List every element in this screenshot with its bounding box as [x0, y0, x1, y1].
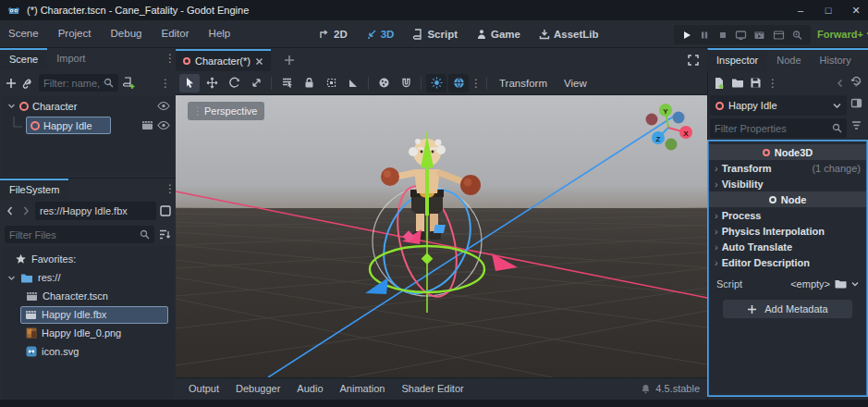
object-history-icon[interactable] — [850, 75, 862, 87]
list-select-button[interactable] — [276, 74, 297, 92]
tab-scene[interactable]: Scene — [0, 48, 47, 69]
group-physics-interpolation[interactable]: Physics Interpolation — [709, 223, 866, 239]
visibility-eye-icon[interactable] — [157, 101, 170, 111]
menu-editor[interactable]: Editor — [153, 20, 197, 47]
viewport-3d[interactable]: Y X Z — [176, 95, 707, 377]
transform-menu[interactable]: Transform — [492, 78, 555, 89]
add-metadata-button[interactable]: Add Metadata — [723, 300, 852, 318]
panel-output[interactable]: Output — [181, 378, 226, 400]
tree-row-happy-idle[interactable]: Happy Idle — [2, 116, 174, 135]
menu-debug[interactable]: Debug — [103, 20, 151, 47]
group-editor-description[interactable]: Editor Description — [709, 254, 866, 270]
tab-import[interactable]: Import — [47, 48, 94, 69]
folder-icon[interactable] — [835, 279, 847, 289]
rotate-tool-button[interactable] — [224, 74, 244, 92]
panel-audio[interactable]: Audio — [289, 378, 330, 400]
category-node3d[interactable]: Node3D — [709, 144, 866, 160]
close-button[interactable]: ✕ — [850, 5, 862, 17]
panel-animation[interactable]: Animation — [333, 378, 393, 400]
file-row[interactable]: Happy Idle.fbx — [2, 305, 174, 324]
expand-viewport-icon[interactable] — [687, 54, 700, 67]
edited-object-selector[interactable]: Happy Idle — [710, 95, 847, 116]
workspace-2d[interactable]: 2D — [312, 24, 354, 44]
lock-button[interactable] — [299, 74, 319, 92]
visibility-eye-icon[interactable] — [157, 120, 170, 130]
stop-button[interactable] — [717, 30, 728, 41]
view-menu[interactable]: View — [556, 78, 594, 89]
tab-node[interactable]: Node — [767, 50, 810, 71]
movie-maker-button[interactable] — [791, 30, 803, 41]
chevron-down-icon[interactable] — [851, 281, 859, 287]
new-resource-button[interactable] — [713, 77, 726, 90]
preview-sun-button[interactable] — [426, 74, 446, 92]
tree-row-character[interactable]: Character — [2, 96, 174, 116]
tab-history[interactable]: History — [811, 50, 861, 71]
split-mode-button[interactable] — [159, 204, 172, 217]
preview-environment-button[interactable] — [448, 74, 469, 92]
inspector-extra-menu-icon[interactable]: ⋮ — [767, 77, 778, 90]
scene-instance-icon[interactable] — [141, 120, 153, 130]
group-button[interactable] — [321, 74, 341, 92]
panel-shader-editor[interactable]: Shader Editor — [394, 378, 471, 400]
maximize-button[interactable]: □ — [822, 5, 835, 16]
sort-files-icon[interactable] — [158, 228, 171, 240]
menu-help[interactable]: Help — [201, 20, 239, 47]
tab-filesystem[interactable]: FileSystem — [0, 179, 68, 200]
panel-debugger[interactable]: Debugger — [228, 378, 287, 400]
collapse-chevron-icon[interactable] — [7, 274, 16, 282]
attach-script-button[interactable] — [122, 77, 136, 90]
group-transform[interactable]: Transform (1 change) — [709, 160, 866, 176]
pin-dock-icon[interactable] — [850, 97, 862, 109]
script-value[interactable]: <empty> — [790, 278, 830, 290]
file-row[interactable]: icon.svg — [2, 342, 174, 361]
play-scene-button[interactable] — [753, 30, 765, 41]
tab-character-scene[interactable]: Character(*) — [176, 49, 271, 71]
remote-debug-button[interactable] — [735, 30, 747, 41]
save-button[interactable] — [750, 77, 762, 89]
ruler-button[interactable] — [343, 74, 363, 92]
snap-button[interactable] — [396, 74, 416, 92]
menu-scene[interactable]: Scene — [0, 20, 47, 47]
inspector-filter-input[interactable] — [715, 123, 832, 134]
filesystem-menu-icon[interactable]: ⋮ — [165, 179, 176, 199]
favorites-row[interactable]: Favorites: — [2, 250, 174, 268]
scale-tool-button[interactable] — [246, 74, 266, 92]
move-tool-button[interactable] — [202, 74, 222, 92]
workspace-script[interactable]: Script — [406, 24, 464, 44]
history-back-button[interactable] — [835, 78, 846, 89]
group-visibility[interactable]: Visibility — [709, 176, 866, 191]
res-root-row[interactable]: res:// — [2, 268, 174, 287]
bell-icon[interactable] — [641, 384, 651, 394]
instance-scene-button[interactable] — [21, 77, 35, 90]
load-resource-button[interactable] — [731, 78, 744, 88]
collapse-chevron-icon[interactable] — [7, 102, 16, 110]
nav-forward-button[interactable] — [19, 204, 32, 217]
tab-inspector[interactable]: Inspector — [707, 50, 767, 71]
file-row[interactable]: Character.tscn — [2, 287, 174, 305]
file-filter-input[interactable] — [9, 229, 140, 240]
filter-settings-icon[interactable] — [850, 119, 862, 131]
new-tab-button[interactable] — [278, 49, 300, 71]
file-row[interactable]: Happy Idle_0.png — [2, 324, 174, 342]
scene-tree-menu-icon[interactable]: ⋮ — [160, 77, 171, 90]
menu-project[interactable]: Project — [50, 20, 100, 47]
minimize-button[interactable]: – — [794, 5, 807, 16]
group-process[interactable]: Process — [709, 207, 866, 223]
workspace-assetlib[interactable]: AssetLib — [532, 24, 605, 44]
renderer-selector[interactable]: Forward+ — [817, 20, 868, 47]
path-box[interactable]: res://Happy Idle.fbx — [35, 202, 156, 220]
group-auto-translate[interactable]: Auto Translate — [709, 239, 866, 254]
add-node-button[interactable] — [5, 77, 18, 90]
camera-preview-button[interactable] — [373, 74, 394, 92]
workspace-3d[interactable]: 3D — [360, 24, 401, 44]
perspective-menu[interactable]: ⋮ Perspective — [188, 102, 264, 120]
play-custom-scene-button[interactable] — [773, 30, 785, 41]
pause-button[interactable] — [699, 30, 710, 41]
close-tab-icon[interactable] — [255, 57, 263, 66]
play-button[interactable] — [681, 30, 692, 41]
category-node[interactable]: Node — [709, 191, 866, 207]
scene-filter-input[interactable] — [43, 78, 104, 89]
viewport-extra-menu-icon[interactable]: ⋮ — [471, 77, 482, 90]
workspace-game[interactable]: Game — [470, 24, 527, 44]
scene-dock-menu-icon[interactable]: ⋮ — [165, 48, 176, 70]
